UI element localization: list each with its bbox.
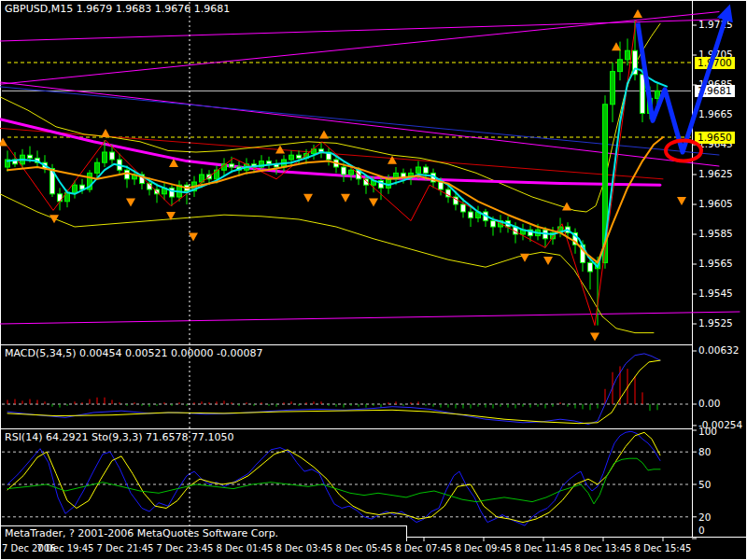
mt4-chart-window: GBPUSD,M15 1.9679 1.9683 1.9676 1.9681 M… <box>0 0 747 560</box>
macd-indicator-label: MACD(5,34,5) 0.00454 0.00521 0.00000 -0.… <box>5 347 262 359</box>
chart-title: GBPUSD,M15 1.9679 1.9683 1.9676 1.9681 <box>5 3 230 15</box>
time-tick-label: 8 Dec 05:45 <box>336 543 393 553</box>
rsi-tick-label: 80 <box>698 446 711 457</box>
rsi-indicator-label: RSI(14) 64.2921 Sto(9,3,3) 71.6578 77.10… <box>5 431 234 443</box>
time-tick-label: 8 Dec 09:45 <box>456 543 513 553</box>
time-tick-label: 8 Dec 11:45 <box>515 543 572 553</box>
price-tick-label: 1.9605 <box>698 198 733 209</box>
price-tick-label: 1.9665 <box>698 108 733 119</box>
price-tick-label: 1.9525 <box>698 317 733 329</box>
time-tick-label: 7 Dec 21:45 <box>97 543 154 553</box>
price-tick-label: 1.9625 <box>698 168 733 179</box>
time-tick-label: 8 Dec 13:45 <box>575 543 632 553</box>
current-price-badge: 1.9681 <box>695 85 735 97</box>
price-tick-label: 1.9565 <box>698 258 733 269</box>
macd-tick-label: 0.00 <box>698 398 720 409</box>
time-tick-label: 8 Dec 01:45 <box>217 543 274 553</box>
rsi-tick-label: 100 <box>698 426 717 437</box>
price-tick-label: 1.9725 <box>698 19 733 30</box>
rsi-tick-label: 0 <box>698 525 705 536</box>
copyright-text: MetaTrader, ? 2001-2006 MetaQuotes Softw… <box>5 527 278 539</box>
rsi-tick-label: 20 <box>698 511 711 523</box>
chart-labels-layer: GBPUSD,M15 1.9679 1.9683 1.9676 1.9681 M… <box>0 0 747 560</box>
time-tick-label: 8 Dec 15:45 <box>635 543 692 553</box>
price-tick-label: 1.9545 <box>698 287 733 299</box>
price-tick-label: 1.9585 <box>698 228 733 239</box>
time-tick-label: 7 Dec 19:45 <box>37 543 94 553</box>
level-price-badge: 1.9650 <box>695 132 735 144</box>
time-tick-label: 8 Dec 07:45 <box>396 543 453 553</box>
rsi-tick-label: 50 <box>698 479 711 490</box>
copyright-watermark: MetaTrader, ? 2001-2006 MetaQuotes Softw… <box>1 525 407 541</box>
time-tick-label: 8 Dec 03:45 <box>276 543 333 553</box>
macd-tick-label: 0.00632 <box>698 344 739 356</box>
level-price-badge: 1.9700 <box>695 57 735 69</box>
time-tick-label: 7 Dec 23:45 <box>157 543 214 553</box>
